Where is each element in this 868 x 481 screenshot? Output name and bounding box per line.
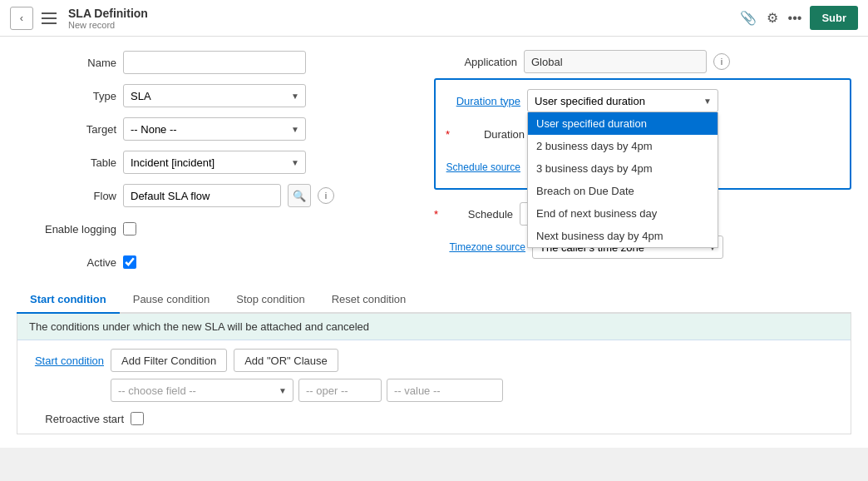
settings-icon[interactable]: ⚙	[767, 10, 778, 26]
retroactive-checkbox[interactable]	[131, 412, 144, 425]
name-row: Name	[17, 50, 434, 75]
tabs-bar: Start condition Pause condition Stop con…	[17, 286, 851, 314]
table-select-wrap: Incident [incident] ▼	[123, 151, 306, 174]
dropdown-item-3[interactable]: Breach on Due Date	[528, 180, 718, 202]
application-row: Application i	[434, 50, 851, 73]
page-title-block: SLA Definition New record	[68, 7, 148, 30]
table-select[interactable]: Incident [incident]	[123, 151, 306, 174]
dropdown-item-1[interactable]: 2 business days by 4pm	[528, 135, 718, 157]
duration-type-row: Duration type User specified duration ▼ …	[446, 88, 840, 113]
menu-button[interactable]	[42, 12, 57, 24]
duration-box: Duration type User specified duration ▼ …	[434, 78, 851, 190]
submit-button[interactable]: Subr	[810, 6, 858, 30]
dropdown-item-0[interactable]: User specified duration	[528, 112, 718, 135]
form-grid: Name Type SLA ▼ Target -- None --	[17, 50, 851, 275]
schedule-source-label[interactable]: Schedule source	[446, 161, 520, 173]
duration-dropdown: User specified duration 2 business days …	[527, 112, 718, 248]
condition-banner: The conditions under which the new SLA w…	[17, 314, 851, 340]
enable-logging-label: Enable logging	[17, 223, 116, 236]
filter-row: -- choose field -- ▼	[111, 379, 839, 402]
name-label: Name	[17, 57, 116, 69]
duration-label: Duration	[458, 128, 525, 141]
application-label: Application	[434, 56, 517, 68]
condition-body: Start condition Add Filter Condition Add…	[17, 340, 851, 434]
flow-row: Flow 🔍 i	[17, 183, 434, 208]
flow-info-icon[interactable]: i	[318, 187, 334, 204]
application-input[interactable]	[524, 50, 707, 73]
toolbar-icons: 📎 ⚙ •••	[740, 10, 802, 26]
dropdown-item-5[interactable]: Next business day by 4pm	[528, 225, 718, 247]
flow-input[interactable]	[123, 184, 281, 207]
choose-field-select[interactable]: -- choose field --	[111, 379, 293, 402]
tab-pause-condition[interactable]: Pause condition	[120, 286, 224, 314]
type-select[interactable]: SLA	[123, 84, 306, 107]
page-subtitle: New record	[68, 20, 148, 30]
condition-area: The conditions under which the new SLA w…	[17, 314, 851, 434]
duration-type-select-wrap: User specified duration ▼ User specified…	[527, 89, 718, 112]
target-row: Target -- None -- ▼	[17, 117, 434, 141]
schedule-label: Schedule	[446, 208, 513, 221]
flow-search-button[interactable]: 🔍	[288, 184, 311, 207]
dropdown-item-2[interactable]: 3 business days by 4pm	[528, 157, 718, 180]
target-select-wrap: -- None -- ▼	[123, 117, 306, 141]
duration-required-star: *	[446, 128, 450, 141]
timezone-source-label[interactable]: Timezone source	[434, 241, 525, 253]
form-right: Application i Duration type User specifi…	[434, 50, 851, 275]
retroactive-row: Retroactive start	[41, 412, 839, 425]
oper-input[interactable]	[298, 379, 382, 402]
schedule-required-star: *	[434, 208, 438, 221]
tab-stop-condition[interactable]: Stop condition	[223, 286, 318, 314]
retroactive-label: Retroactive start	[41, 413, 124, 425]
enable-logging-checkbox[interactable]	[123, 222, 136, 236]
duration-type-label[interactable]: Duration type	[446, 95, 520, 107]
duration-type-select[interactable]: User specified duration	[527, 89, 718, 112]
table-label: Table	[17, 156, 116, 169]
condition-actions-row: Start condition Add Filter Condition Add…	[29, 349, 839, 372]
add-or-button[interactable]: Add "OR" Clause	[234, 349, 338, 372]
target-select[interactable]: -- None --	[123, 117, 306, 141]
page-title: SLA Definition	[68, 7, 148, 20]
type-row: Type SLA ▼	[17, 83, 434, 108]
tab-reset-condition[interactable]: Reset condition	[318, 286, 420, 314]
name-input[interactable]	[123, 51, 306, 74]
type-label: Type	[17, 90, 116, 102]
tab-start-condition[interactable]: Start condition	[17, 286, 120, 314]
application-info-icon[interactable]: i	[713, 53, 730, 70]
type-select-wrap: SLA ▼	[123, 84, 306, 107]
flow-label: Flow	[17, 190, 116, 202]
value-input[interactable]	[387, 379, 503, 402]
more-icon[interactable]: •••	[788, 11, 802, 26]
add-filter-button[interactable]: Add Filter Condition	[111, 349, 227, 372]
choose-field-wrap: -- choose field -- ▼	[111, 379, 293, 402]
active-checkbox[interactable]	[123, 255, 136, 269]
top-bar: ‹ SLA Definition New record 📎 ⚙ ••• Subr	[0, 0, 868, 37]
form-left: Name Type SLA ▼ Target -- None --	[17, 50, 434, 275]
main-content: Name Type SLA ▼ Target -- None --	[0, 37, 868, 448]
back-button[interactable]: ‹	[10, 7, 33, 30]
attachment-icon[interactable]: 📎	[740, 10, 757, 26]
target-label: Target	[17, 123, 116, 136]
enable-logging-row: Enable logging	[17, 216, 434, 241]
active-row: Active	[17, 250, 434, 275]
table-row: Table Incident [incident] ▼	[17, 150, 434, 175]
start-condition-label[interactable]: Start condition	[29, 355, 104, 367]
dropdown-item-4[interactable]: End of next business day	[528, 202, 718, 225]
active-label: Active	[17, 256, 116, 269]
